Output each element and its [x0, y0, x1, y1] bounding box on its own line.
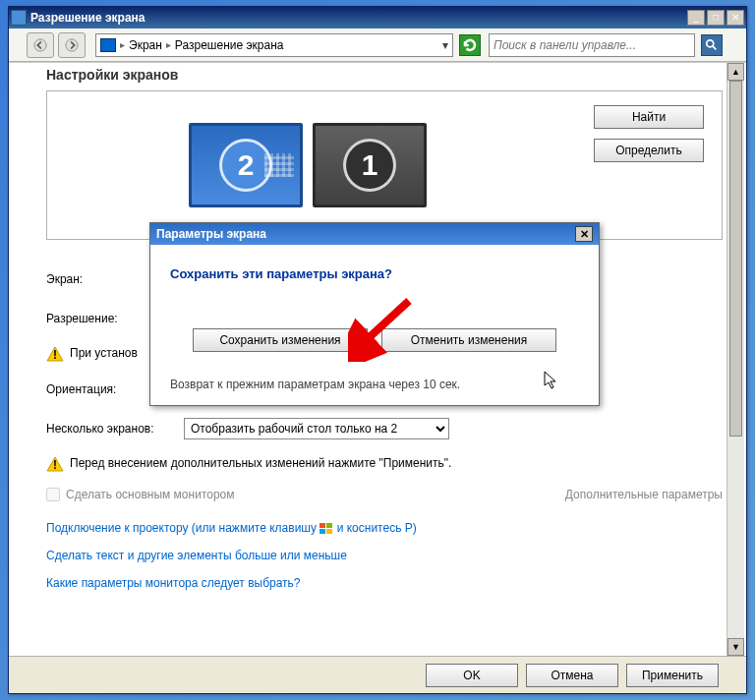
cancel-button[interactable]: Отмена [526, 664, 618, 687]
search-input[interactable] [494, 38, 690, 52]
dropdown-icon[interactable]: ▾ [442, 38, 448, 52]
window-icon [11, 10, 27, 26]
keep-changes-dialog: Параметры экрана ✕ Сохранить эти парамет… [149, 222, 600, 406]
scroll-down-icon[interactable]: ▼ [727, 638, 744, 656]
svg-rect-9 [326, 529, 332, 534]
breadcrumb-2[interactable]: Разрешение экрана [175, 38, 284, 52]
warning-icon: ! [46, 346, 64, 362]
minimize-button[interactable]: _ [687, 10, 705, 26]
window-title: Разрешение экрана [30, 11, 687, 25]
which-settings-link[interactable]: Какие параметры монитора следует выбрать… [46, 576, 723, 590]
primary-monitor-label: Сделать основным монитором [66, 488, 235, 501]
bottom-bar: OK Отмена Применить [9, 656, 746, 693]
ok-button[interactable]: OK [426, 664, 518, 687]
multiple-label: Несколько экранов: [46, 422, 184, 436]
svg-rect-8 [319, 529, 325, 534]
search-box[interactable] [489, 33, 695, 57]
scroll-up-icon[interactable]: ▲ [727, 63, 744, 81]
warning-row-2: ! Перед внесением дополнительных изменен… [46, 456, 723, 472]
cursor-icon [544, 371, 559, 393]
find-button[interactable]: Найти [594, 105, 704, 129]
refresh-button[interactable] [459, 34, 481, 56]
toolbar: ▸ Экран ▸ Разрешение экрана ▾ [9, 29, 746, 62]
windows-key-icon [319, 523, 333, 535]
chevron-icon: ▸ [166, 39, 171, 50]
address-bar[interactable]: ▸ Экран ▸ Разрешение экрана ▾ [95, 33, 453, 57]
keep-changes-button[interactable]: Сохранить изменения [193, 328, 368, 352]
revert-changes-button[interactable]: Отменить изменения [381, 328, 556, 352]
svg-point-2 [707, 39, 714, 46]
dialog-prompt: Сохранить эти параметры экрана? [170, 266, 579, 281]
monitor-icon [100, 38, 116, 52]
text-size-link[interactable]: Сделать текст и другие элементы больше и… [46, 549, 723, 562]
breadcrumb-1[interactable]: Экран [129, 38, 162, 52]
monitor-preview-box: 2 1 Найти Определить [46, 90, 723, 240]
monitor-2[interactable]: 2 [189, 123, 303, 207]
svg-point-1 [66, 38, 78, 50]
warn2-text: Перед внесением дополнительных изменений… [70, 456, 451, 470]
grid-icon [264, 153, 294, 177]
monitor-1[interactable]: 1 [313, 123, 427, 207]
identify-button[interactable]: Определить [594, 139, 704, 162]
projector-link[interactable]: Подключение к проектору (или нажмите кла… [46, 521, 723, 535]
warn1-text-a: При установ [70, 346, 138, 360]
warning-icon: ! [46, 456, 64, 472]
vertical-scrollbar[interactable]: ▲ ▼ [726, 63, 744, 656]
apply-button[interactable]: Применить [626, 664, 719, 687]
chevron-icon: ▸ [120, 39, 125, 50]
section-title: Настройки экранов [46, 67, 723, 83]
svg-line-3 [713, 45, 717, 49]
multiple-displays-select[interactable]: Отобразить рабочий стол только на 2 [184, 418, 449, 439]
dialog-close-button[interactable]: ✕ [575, 226, 593, 242]
scroll-thumb[interactable] [729, 81, 742, 437]
svg-point-0 [34, 38, 46, 50]
maximize-button[interactable]: □ [707, 10, 725, 26]
svg-rect-7 [326, 523, 332, 528]
revert-countdown-text: Возврат к прежним параметрам экрана чере… [170, 378, 579, 391]
dialog-titlebar[interactable]: Параметры экрана ✕ [150, 223, 599, 245]
forward-button[interactable] [58, 32, 86, 58]
svg-rect-6 [319, 523, 325, 528]
svg-text:!: ! [53, 458, 57, 472]
search-button[interactable] [701, 34, 723, 56]
back-button[interactable] [27, 32, 54, 58]
primary-monitor-checkbox [46, 488, 60, 501]
monitor-number: 1 [343, 139, 396, 192]
titlebar[interactable]: Разрешение экрана _ □ ✕ [9, 7, 746, 29]
dialog-title: Параметры экрана [156, 227, 575, 241]
close-button[interactable]: ✕ [726, 10, 744, 26]
svg-text:!: ! [53, 348, 57, 362]
